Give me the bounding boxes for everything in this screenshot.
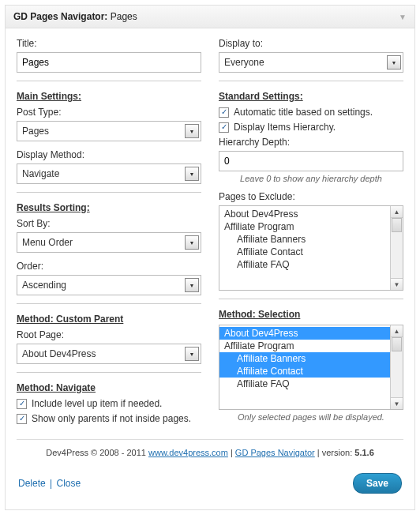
display-method-select[interactable]: Navigate ▼ xyxy=(17,163,201,184)
chevron-down-icon: ▼ xyxy=(185,347,199,361)
results-sorting-heading: Results Sorting: xyxy=(17,202,90,213)
list-item[interactable]: Affiliate Program xyxy=(219,340,390,352)
include-level-up-row[interactable]: ✓ Include level up item if needed. xyxy=(17,398,201,409)
plugin-link[interactable]: GD Pages Navigator xyxy=(235,448,315,457)
divider xyxy=(17,372,201,373)
checkbox-checked-icon[interactable]: ✓ xyxy=(17,399,27,409)
order-value: Ascending xyxy=(22,280,185,291)
delete-link[interactable]: Delete xyxy=(18,478,46,489)
sort-by-select[interactable]: Menu Order ▼ xyxy=(17,232,201,253)
method-selection-heading: Method: Selection xyxy=(219,309,300,320)
divider xyxy=(17,192,201,193)
sort-by-label: Sort By: xyxy=(17,218,201,229)
list-item[interactable]: Affiliate Program xyxy=(219,220,390,233)
collapse-icon[interactable]: ▼ xyxy=(399,13,407,21)
standard-settings-heading: Standard Settings: xyxy=(219,91,303,102)
scroll-track[interactable] xyxy=(391,337,403,397)
parents-only-label: Show only parents if not inside pages. xyxy=(32,413,191,424)
selection-hint: Only selected pages will be displayed. xyxy=(219,412,403,422)
root-page-label: Root Page: xyxy=(17,329,201,340)
checkbox-checked-icon[interactable]: ✓ xyxy=(219,122,229,133)
scroll-up-icon[interactable]: ▲ xyxy=(391,206,403,218)
method-custom-parent-heading: Method: Custom Parent xyxy=(17,314,123,325)
divider xyxy=(17,81,201,81)
root-page-value: About Dev4Press xyxy=(22,348,185,359)
widget-container: GD Pages Navigator: Pages ▼ Title: Main … xyxy=(5,5,415,510)
chevron-down-icon: ▼ xyxy=(387,55,401,70)
list-item[interactable]: Affiliate FAQ xyxy=(219,258,390,271)
chevron-down-icon: ▼ xyxy=(185,235,199,250)
order-label: Order: xyxy=(17,261,201,272)
chevron-down-icon: ▼ xyxy=(185,278,199,292)
display-to-value: Everyone xyxy=(224,57,387,68)
auto-title-row[interactable]: ✓ Automatic title based on settings. xyxy=(219,107,403,118)
hierarchy-row[interactable]: ✓ Display Items Hierarchy. xyxy=(219,122,403,133)
post-type-select[interactable]: Pages ▼ xyxy=(17,121,201,141)
scroll-down-icon[interactable]: ▼ xyxy=(391,397,403,409)
pages-exclude-listbox[interactable]: About Dev4Press Affiliate Program Affili… xyxy=(219,205,403,291)
widget-header[interactable]: GD Pages Navigator: Pages ▼ xyxy=(6,6,414,28)
widget-title-prefix: GD Pages Navigator: xyxy=(13,11,107,22)
method-navigate-heading: Method: Navigate xyxy=(17,382,96,393)
divider xyxy=(17,303,201,304)
display-to-label: Display to: xyxy=(219,38,403,49)
scrollbar[interactable]: ▲ ▼ xyxy=(390,325,403,409)
scroll-thumb[interactable] xyxy=(392,218,402,232)
chevron-down-icon: ▼ xyxy=(185,124,199,138)
root-page-select[interactable]: About Dev4Press ▼ xyxy=(17,344,201,364)
post-type-label: Post Type: xyxy=(17,107,201,118)
copyright-text: Dev4Press © 2008 - 2011 xyxy=(46,448,146,457)
display-to-select[interactable]: Everyone ▼ xyxy=(219,52,403,73)
order-select[interactable]: Ascending ▼ xyxy=(17,275,201,295)
widget-title: GD Pages Navigator: Pages xyxy=(13,11,137,22)
left-column: Title: Main Settings: Post Type: Pages ▼… xyxy=(17,38,201,428)
checkbox-checked-icon[interactable]: ✓ xyxy=(219,107,229,118)
chevron-down-icon: ▼ xyxy=(185,167,199,181)
pages-exclude-label: Pages to Exclude: xyxy=(219,191,403,202)
display-method-label: Display Method: xyxy=(17,149,201,160)
title-label: Title: xyxy=(17,38,201,49)
list-item[interactable]: Affiliate Contact xyxy=(219,365,390,378)
scrollbar[interactable]: ▲ ▼ xyxy=(390,206,403,290)
list-item[interactable]: Affiliate Contact xyxy=(219,246,390,258)
scroll-track[interactable] xyxy=(391,218,403,278)
main-settings-heading: Main Settings: xyxy=(17,91,81,102)
footer-actions: Delete | Close Save xyxy=(17,464,403,505)
scroll-up-icon[interactable]: ▲ xyxy=(391,325,403,337)
scroll-thumb[interactable] xyxy=(392,337,402,351)
footer-info: Dev4Press © 2008 - 2011 www.dev4press.co… xyxy=(17,439,403,464)
selection-listbox[interactable]: About Dev4Press Affiliate Program Affili… xyxy=(219,325,403,410)
widget-body: Title: Main Settings: Post Type: Pages ▼… xyxy=(6,28,414,509)
divider xyxy=(219,81,403,81)
hierarchy-depth-hint: Leave 0 to show any hierarchy depth xyxy=(219,174,403,183)
auto-title-label: Automatic title based on settings. xyxy=(234,107,373,118)
divider xyxy=(219,299,403,299)
close-link[interactable]: Close xyxy=(57,478,81,489)
save-button[interactable]: Save xyxy=(353,473,402,494)
hierarchy-label: Display Items Hierarchy. xyxy=(234,122,336,133)
title-input[interactable] xyxy=(17,52,201,73)
list-item[interactable]: Affiliate FAQ xyxy=(219,378,390,390)
list-item[interactable]: About Dev4Press xyxy=(219,327,390,340)
parents-only-row[interactable]: ✓ Show only parents if not inside pages. xyxy=(17,413,201,424)
checkbox-checked-icon[interactable]: ✓ xyxy=(17,414,27,424)
widget-title-suffix: Pages xyxy=(111,11,137,22)
hierarchy-depth-input[interactable] xyxy=(219,151,403,171)
right-column: Display to: Everyone ▼ Standard Settings… xyxy=(219,38,403,428)
scroll-down-icon[interactable]: ▼ xyxy=(391,278,403,290)
list-item[interactable]: Affiliate Banners xyxy=(219,233,390,246)
sort-by-value: Menu Order xyxy=(22,237,185,248)
display-method-value: Navigate xyxy=(22,168,185,179)
include-level-up-label: Include level up item if needed. xyxy=(32,398,162,409)
list-item[interactable]: About Dev4Press xyxy=(219,208,390,220)
hierarchy-depth-label: Hierarchy Depth: xyxy=(219,137,403,148)
separator: | xyxy=(50,478,52,489)
site-link[interactable]: www.dev4press.com xyxy=(148,448,228,457)
post-type-value: Pages xyxy=(22,126,185,137)
version-value: 5.1.6 xyxy=(354,448,373,457)
list-item[interactable]: Affiliate Banners xyxy=(219,352,390,365)
version-label: version: xyxy=(322,448,353,457)
